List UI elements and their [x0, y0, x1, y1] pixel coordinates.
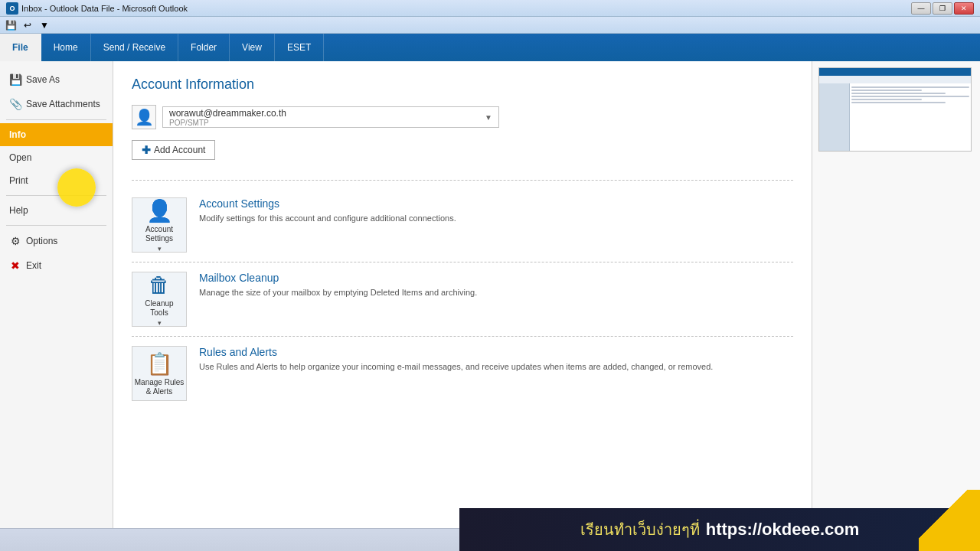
account-settings-card: 👤 AccountSettings ▾ Account Settings Mod…	[132, 188, 793, 262]
tab-eset[interactable]: ESET	[275, 34, 324, 61]
preview-content	[850, 83, 971, 151]
account-icon: 👤	[132, 105, 156, 129]
account-type: POP/SMTP	[169, 119, 286, 127]
rules-alerts-description: Use Rules and Alerts to help organize yo…	[199, 361, 793, 373]
account-settings-button[interactable]: 👤 AccountSettings ▾	[132, 197, 187, 253]
save-as-icon: 💾	[9, 73, 21, 86]
app-icon: O	[6, 2, 18, 15]
preview-inner	[819, 68, 971, 151]
quick-access-toolbar: 💾 ↩ ▼	[0, 17, 980, 34]
content-area: Account Information 👤 worawut@dreammaker…	[113, 61, 812, 528]
window-controls[interactable]: — ❐ ✕	[911, 2, 974, 15]
qa-more-button[interactable]: ▼	[37, 18, 52, 32]
save-qa-button[interactable]: 💾	[3, 18, 18, 32]
window-title: Inbox - Outlook Data File - Microsoft Ou…	[21, 4, 188, 13]
account-settings-title: Account Settings	[199, 197, 793, 210]
cleanup-tools-card: 🗑 CleanupTools ▾ Mailbox Cleanup Manage …	[132, 262, 793, 337]
tab-view[interactable]: View	[230, 34, 275, 61]
ad-banner: เรียนทำเว็บง่ายๆที่ https://okdeee.com	[459, 508, 980, 551]
cleanup-content: Mailbox Cleanup Manage the size of your …	[199, 272, 793, 298]
rules-alerts-button[interactable]: 📋 Manage Rules& Alerts	[132, 346, 187, 401]
account-settings-dropdown-icon: ▾	[158, 245, 162, 253]
sidebar-divider-2	[6, 195, 106, 196]
title-bar: O Inbox - Outlook Data File - Microsoft …	[0, 0, 980, 17]
preview-line-4	[851, 96, 969, 97]
page-title: Account Information	[132, 77, 793, 93]
preview-line-1	[851, 86, 969, 88]
sidebar-item-options[interactable]: ⚙ Options	[0, 229, 113, 253]
sidebar-divider-3	[6, 225, 106, 226]
cleanup-description: Manage the size of your mailbox by empty…	[199, 287, 793, 298]
sidebar-item-save-as[interactable]: 💾 Save As	[0, 67, 113, 92]
preview-line-2	[851, 90, 922, 91]
ad-corner-decoration	[919, 490, 980, 551]
rules-alerts-label: Manage Rules& Alerts	[135, 378, 184, 396]
outlook-preview	[818, 67, 972, 152]
right-panel	[812, 61, 980, 528]
rules-alerts-title: Rules and Alerts	[199, 346, 793, 358]
ribbon: File Home Send / Receive Folder View ESE…	[0, 34, 980, 61]
cleanup-tools-label: CleanupTools	[145, 299, 173, 318]
sidebar-item-info[interactable]: Info	[0, 123, 113, 146]
preview-sidebar	[819, 83, 850, 151]
undo-qa-button[interactable]: ↩	[20, 18, 35, 32]
rules-alerts-icon: 📋	[146, 351, 173, 377]
dropdown-arrow-icon: ▼	[485, 113, 492, 122]
exit-icon: ✖	[9, 259, 21, 272]
sidebar-item-exit[interactable]: ✖ Exit	[0, 253, 113, 278]
account-settings-content: Account Settings Modify settings for thi…	[199, 197, 793, 224]
restore-button[interactable]: ❐	[933, 2, 952, 15]
sidebar-item-print[interactable]: Print	[0, 169, 113, 192]
preview-line-3	[851, 93, 946, 94]
account-selector: 👤 worawut@dreammaker.co.th POP/SMTP ▼	[132, 105, 793, 129]
cleanup-tools-icon: 🗑	[149, 272, 170, 298]
cleanup-title: Mailbox Cleanup	[199, 272, 793, 284]
add-icon: ✚	[142, 144, 151, 156]
ad-text: เรียนทำเว็บง่ายๆที่	[580, 517, 700, 542]
add-account-label: Add Account	[154, 145, 205, 155]
tab-home[interactable]: Home	[41, 34, 91, 61]
account-dropdown-content: worawut@dreammaker.co.th POP/SMTP	[169, 108, 286, 127]
sidebar-item-open[interactable]: Open	[0, 146, 113, 169]
close-button[interactable]: ✕	[954, 2, 974, 15]
sidebar-divider-1	[6, 119, 106, 120]
options-icon: ⚙	[9, 235, 21, 247]
preview-titlebar	[819, 68, 971, 76]
sidebar-item-help[interactable]: Help	[0, 199, 113, 222]
main-layout: 💾 Save As 📎 Save Attachments Info Open P…	[0, 61, 980, 528]
add-account-button[interactable]: ✚ Add Account	[132, 140, 215, 160]
cleanup-tools-dropdown-icon: ▾	[158, 319, 162, 327]
minimize-button[interactable]: —	[911, 2, 931, 15]
save-attachments-icon: 📎	[9, 98, 21, 110]
account-dropdown[interactable]: worawut@dreammaker.co.th POP/SMTP ▼	[162, 106, 499, 128]
rules-alerts-card: 📋 Manage Rules& Alerts Rules and Alerts …	[132, 337, 793, 410]
sidebar: 💾 Save As 📎 Save Attachments Info Open P…	[0, 61, 113, 528]
section-divider	[132, 180, 793, 181]
account-settings-description: Modify settings for this account and con…	[199, 213, 793, 224]
preview-line-5	[851, 99, 922, 100]
rules-alerts-content: Rules and Alerts Use Rules and Alerts to…	[199, 346, 793, 373]
cleanup-tools-button[interactable]: 🗑 CleanupTools ▾	[132, 272, 187, 327]
tab-folder[interactable]: Folder	[178, 34, 230, 61]
account-settings-label: AccountSettings	[145, 225, 173, 243]
sidebar-item-save-attachments[interactable]: 📎 Save Attachments	[0, 92, 113, 116]
person-icon: 👤	[135, 108, 154, 126]
account-email: worawut@dreammaker.co.th	[169, 108, 286, 119]
account-settings-icon: 👤	[146, 198, 173, 223]
title-bar-left: O Inbox - Outlook Data File - Microsoft …	[6, 2, 188, 15]
preview-line-6	[851, 102, 946, 103]
tab-file[interactable]: File	[0, 34, 41, 61]
tab-send-receive[interactable]: Send / Receive	[91, 34, 178, 61]
ad-url: https://okdeee.com	[706, 520, 859, 540]
